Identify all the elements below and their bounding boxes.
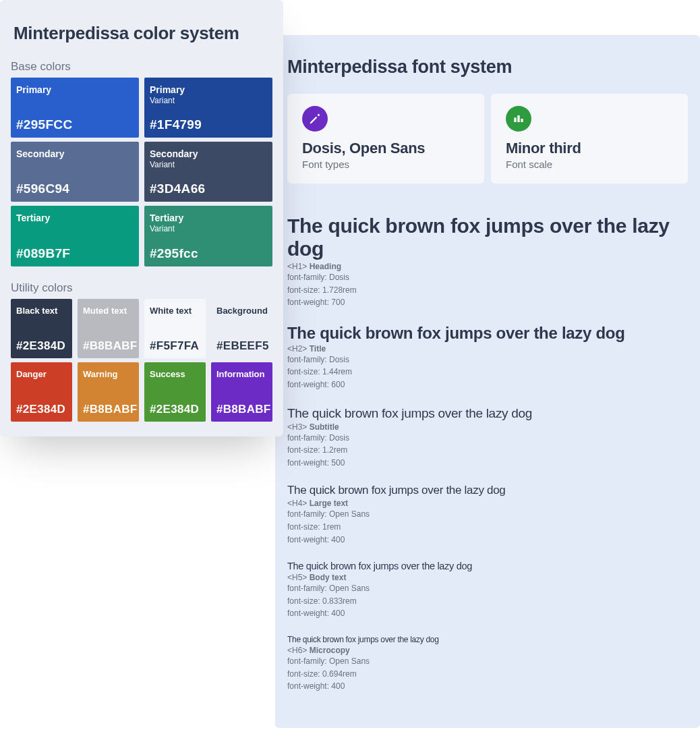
color-swatch: Black text#2E384D (11, 299, 72, 358)
type-specimen: The quick brown fox jumps over the lazy … (287, 215, 688, 309)
font-card-title: Minor third (506, 140, 673, 157)
color-swatch: White text#F5F7FA (144, 299, 206, 358)
specimen-tag: <H3> Subtitle (287, 422, 688, 432)
swatch-name: Danger (16, 369, 67, 380)
swatch-hex: #295fcc (150, 246, 267, 261)
specimen-weight: font-weight: 400 (287, 534, 688, 546)
specimen-weight: font-weight: 700 (287, 296, 688, 309)
swatch-name: Muted text (83, 306, 134, 316)
specimen-family: font-family: Dosis (287, 271, 688, 284)
specimen-size: font-size: 0.694rem (287, 668, 688, 681)
swatch-name: Tertiary (150, 213, 267, 224)
swatch-hex: #089B7F (16, 246, 134, 261)
color-swatch: Muted text#B8BABF (78, 299, 139, 358)
specimen-weight: font-weight: 400 (287, 607, 688, 620)
swatch-variant: Variant (150, 224, 267, 233)
swatch-name: Tertiary (16, 213, 134, 224)
swatch-hex: #B8BABF (83, 339, 134, 353)
specimen-family: font-family: Open Sans (287, 655, 688, 668)
swatch-variant: Variant (150, 160, 267, 169)
color-swatch: Background#EBEEF5 (211, 299, 272, 358)
swatch-hex: #3D4A66 (150, 181, 267, 196)
specimen-weight: font-weight: 500 (287, 457, 688, 470)
type-specimen: The quick brown fox jumps over the lazy … (287, 406, 688, 470)
swatch-name: Primary (16, 84, 134, 96)
type-specimen: The quick brown fox jumps over the lazy … (287, 324, 688, 391)
font-card: Dosis, Open SansFont types (287, 94, 484, 184)
swatch-name: Primary (150, 84, 267, 96)
swatch-hex: #2E384D (150, 403, 200, 416)
font-card: Minor thirdFont scale (491, 94, 688, 184)
svg-rect-2 (521, 119, 523, 122)
font-card-subtitle: Font types (302, 159, 469, 170)
color-swatch: PrimaryVariant#1F4799 (144, 78, 272, 138)
swatch-name: Success (150, 369, 200, 380)
svg-rect-0 (514, 117, 516, 122)
color-system-panel: Minterpedissa color system Base colors P… (0, 0, 283, 436)
pen-icon (302, 106, 328, 132)
swatch-hex: #F5F7FA (150, 339, 200, 353)
base-colors-label: Base colors (11, 60, 272, 74)
swatch-variant: Variant (150, 96, 267, 105)
specimen-tag: <H5> Body text (287, 573, 688, 582)
swatch-hex: #596C94 (16, 181, 134, 196)
chart-icon (506, 106, 531, 132)
specimen-sample: The quick brown fox jumps over the lazy … (287, 561, 688, 571)
color-swatch: Primary#295FCC (11, 78, 139, 138)
color-swatch: Information#B8BABF (211, 362, 272, 422)
specimen-sample: The quick brown fox jumps over the lazy … (287, 215, 688, 260)
swatch-hex: #1F4799 (150, 117, 267, 132)
font-system-panel: Minterpedissa font system Dosis, Open Sa… (275, 35, 700, 728)
color-panel-title: Minterpedissa color system (13, 23, 270, 44)
font-panel-title: Minterpedissa font system (287, 57, 688, 78)
specimen-family: font-family: Open Sans (287, 582, 688, 595)
swatch-name: Warning (83, 369, 134, 380)
swatch-hex: #295FCC (16, 117, 134, 132)
specimen-weight: font-weight: 400 (287, 680, 688, 693)
font-card-title: Dosis, Open Sans (302, 140, 469, 157)
color-swatch: Danger#2E384D (11, 362, 72, 422)
type-specimen: The quick brown fox jumps over the lazy … (287, 561, 688, 620)
specimen-sample: The quick brown fox jumps over the lazy … (287, 635, 688, 644)
specimen-size: font-size: 0.833rem (287, 595, 688, 608)
specimen-sample: The quick brown fox jumps over the lazy … (287, 406, 688, 421)
color-swatch: Tertiary#089B7F (11, 206, 139, 266)
color-swatch: Warning#B8BABF (78, 362, 139, 422)
specimen-sample: The quick brown fox jumps over the lazy … (287, 484, 688, 497)
specimen-family: font-family: Open Sans (287, 508, 688, 521)
swatch-name: Black text (16, 306, 67, 316)
specimen-size: font-size: 1rem (287, 521, 688, 534)
color-swatch: SecondaryVariant#3D4A66 (144, 142, 272, 202)
specimen-tag: <H4> Large text (287, 499, 688, 508)
swatch-name: Secondary (150, 148, 267, 160)
color-swatch: Success#2E384D (144, 362, 206, 422)
swatch-name: Information (216, 369, 267, 380)
specimen-size: font-size: 1.2rem (287, 444, 688, 457)
swatch-hex: #2E384D (16, 339, 67, 353)
swatch-hex: #2E384D (16, 403, 67, 416)
swatch-name: Background (216, 306, 267, 316)
swatch-hex: #B8BABF (83, 403, 134, 416)
specimen-size: font-size: 1.44rem (287, 366, 688, 378)
svg-rect-1 (517, 115, 519, 122)
specimen-tag: <H1> Heading (287, 262, 688, 271)
swatch-name: White text (150, 306, 200, 316)
utility-colors-label: Utility colors (11, 281, 272, 295)
font-card-subtitle: Font scale (506, 159, 673, 170)
specimen-weight: font-weight: 600 (287, 378, 688, 391)
color-swatch: TertiaryVariant#295fcc (144, 206, 272, 266)
specimen-tag: <H6> Microcopy (287, 646, 688, 655)
swatch-hex: #EBEEF5 (216, 339, 267, 353)
specimen-size: font-size: 1.728rem (287, 284, 688, 297)
type-specimen: The quick brown fox jumps over the lazy … (287, 635, 688, 693)
swatch-hex: #B8BABF (216, 403, 267, 416)
specimen-sample: The quick brown fox jumps over the lazy … (287, 324, 688, 343)
specimen-family: font-family: Dosis (287, 354, 688, 366)
type-specimen: The quick brown fox jumps over the lazy … (287, 484, 688, 546)
specimen-tag: <H2> Title (287, 344, 688, 354)
swatch-name: Secondary (16, 148, 134, 160)
color-swatch: Secondary#596C94 (11, 142, 139, 202)
specimen-family: font-family: Dosis (287, 432, 688, 445)
